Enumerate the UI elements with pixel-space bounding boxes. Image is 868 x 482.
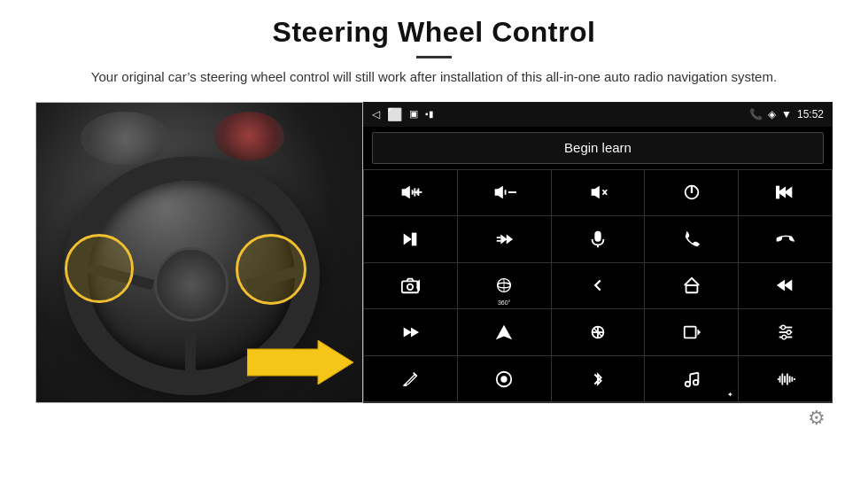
yellow-arrow-icon <box>247 340 353 385</box>
vol-down-button[interactable]: − <box>458 170 551 216</box>
sliders-button[interactable] <box>739 309 832 355</box>
bluetooth-button[interactable] <box>552 356 645 402</box>
svg-line-56 <box>690 372 698 374</box>
waveform-button[interactable] <box>739 356 832 402</box>
gauge-left <box>81 112 169 165</box>
svg-point-46 <box>787 330 791 335</box>
svg-marker-20 <box>501 234 508 244</box>
fast-fwd-button[interactable] <box>364 309 457 355</box>
back-nav-button[interactable] <box>552 263 645 309</box>
arrow-container <box>247 340 353 385</box>
clock: 15:52 <box>797 108 824 120</box>
svg-marker-41 <box>697 329 701 335</box>
vol-up-button[interactable]: + <box>364 170 457 216</box>
wifi-icon: ▼ <box>781 108 792 120</box>
camera-button[interactable] <box>364 263 457 309</box>
gauge-right <box>213 112 284 160</box>
record-button[interactable] <box>645 309 738 355</box>
content-row: ◁ ⬜ ▣ ▪▮ 📞 ◈ ▼ 15:52 Begin learn <box>35 102 833 403</box>
svg-point-51 <box>501 377 507 382</box>
svg-marker-16 <box>404 233 412 245</box>
status-bar: ◁ ⬜ ▣ ▪▮ 📞 ◈ ▼ 15:52 <box>363 102 833 127</box>
svg-marker-35 <box>496 325 512 340</box>
svg-rect-40 <box>685 327 696 338</box>
svg-marker-0 <box>247 340 353 385</box>
svg-point-45 <box>781 325 786 330</box>
power-button[interactable] <box>645 170 738 216</box>
title-divider <box>416 56 452 58</box>
svg-marker-1 <box>401 186 409 199</box>
settings-gear-icon[interactable]: ⚙ <box>808 407 825 430</box>
steering-wheel-photo <box>35 102 363 403</box>
status-bar-left: ◁ ⬜ ▣ ▪▮ <box>372 107 434 121</box>
svg-rect-24 <box>402 282 418 293</box>
svg-rect-17 <box>413 233 416 245</box>
svg-rect-30 <box>686 285 697 292</box>
svg-marker-31 <box>784 280 792 292</box>
next-button[interactable] <box>364 216 457 262</box>
360-view-button[interactable]: 360° <box>458 263 551 309</box>
eq-button[interactable] <box>552 309 645 355</box>
signal-bars-icon: ▪▮ <box>425 109 434 119</box>
svg-point-47 <box>781 335 786 339</box>
navigation-button[interactable] <box>458 309 551 355</box>
svg-marker-21 <box>507 234 513 244</box>
svg-marker-6 <box>495 186 503 199</box>
prev-track-button[interactable] <box>739 170 832 216</box>
mic-button[interactable] <box>552 216 645 262</box>
svg-marker-8 <box>592 186 600 199</box>
home-nav-icon[interactable]: ⬜ <box>387 107 402 121</box>
status-bar-right: 📞 ◈ ▼ 15:52 <box>749 108 824 120</box>
svg-marker-32 <box>777 280 785 292</box>
svg-point-25 <box>407 284 413 290</box>
begin-learn-row: Begin learn <box>363 127 833 169</box>
svg-rect-22 <box>595 232 601 241</box>
hang-up-button[interactable] <box>739 216 832 262</box>
svg-rect-15 <box>777 187 779 198</box>
begin-learn-button[interactable]: Begin learn <box>372 132 824 164</box>
phone-answer-button[interactable] <box>645 216 738 262</box>
music-button[interactable]: ✦ <box>645 356 738 402</box>
skip-back-button[interactable] <box>739 263 832 309</box>
page-subtitle: Your original car’s steering wheel contr… <box>91 67 777 88</box>
head-unit: ◁ ⬜ ▣ ▪▮ 📞 ◈ ▼ 15:52 Begin learn <box>363 102 833 403</box>
button-group-left-highlight <box>65 234 134 303</box>
vol-mute-button[interactable] <box>552 170 645 216</box>
phone-status-icon: 📞 <box>749 108 763 120</box>
controls-grid: + − <box>363 169 833 403</box>
button-group-right-highlight <box>236 234 306 305</box>
page-wrapper: Steering Wheel Control Your original car… <box>0 0 868 482</box>
ff-button[interactable] <box>458 216 551 262</box>
recents-nav-icon[interactable]: ▣ <box>409 108 418 120</box>
svg-marker-34 <box>411 328 419 338</box>
circle-dot-button[interactable] <box>458 356 551 402</box>
steering-hub <box>154 247 229 322</box>
home-nav-button[interactable] <box>645 263 738 309</box>
back-nav-icon[interactable]: ◁ <box>372 108 380 120</box>
pen-button[interactable] <box>364 356 457 402</box>
location-icon: ◈ <box>768 108 776 120</box>
svg-marker-33 <box>404 328 412 338</box>
page-title: Steering Wheel Control <box>273 16 596 49</box>
spoke-bottom <box>185 333 196 395</box>
